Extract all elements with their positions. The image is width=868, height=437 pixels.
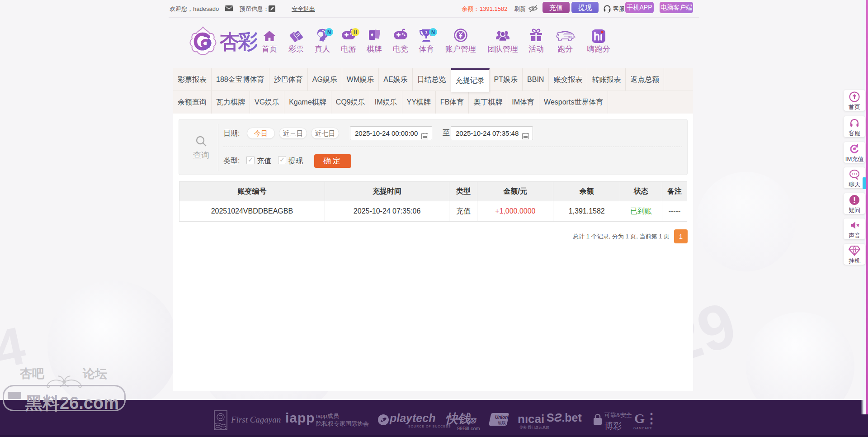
svg-text:嗨中工作室: 嗨中工作室 — [568, 36, 576, 38]
svg-text:1: 1 — [425, 30, 427, 34]
svg-text:银联: 银联 — [498, 421, 506, 425]
svg-text:UnionPay: UnionPay — [495, 415, 510, 420]
